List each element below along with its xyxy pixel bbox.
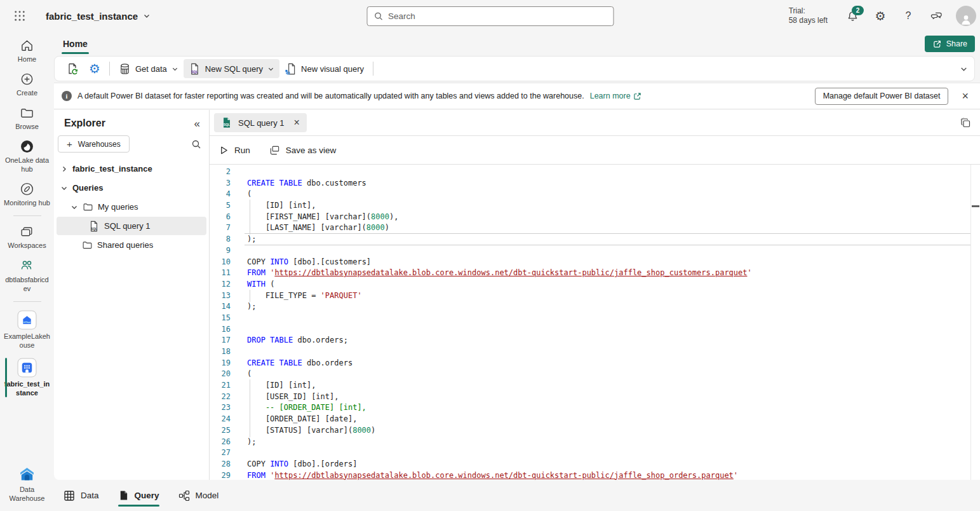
banner-close-icon[interactable]: ×	[962, 90, 969, 102]
feedback-button[interactable]	[928, 10, 944, 22]
new-visual-query-button[interactable]: New visual query	[279, 59, 369, 78]
code-editor[interactable]: 23CREATE TABLE dbo.customers4(5 [ID] [in…	[210, 165, 980, 480]
code-line[interactable]: 22 [USER_ID] [int],	[210, 392, 980, 403]
code-line[interactable]: 26);	[210, 437, 980, 448]
editor-scrollbar[interactable]	[970, 165, 980, 480]
query-tab[interactable]: SQL SQL query 1 ×	[214, 113, 307, 132]
person-icon	[960, 13, 972, 26]
learn-more-link[interactable]: Learn more	[590, 92, 641, 100]
rail-item-home[interactable]: Home	[0, 38, 54, 64]
code-line[interactable]: 11FROM 'https://dbtlabsynapsedatalake.bl…	[210, 268, 980, 279]
code-text: FILE_TYPE = 'PARQUET'	[247, 290, 362, 302]
close-tab-icon[interactable]: ×	[294, 118, 300, 128]
chevron-down-icon	[267, 65, 274, 72]
save-as-view-button[interactable]: Save as view	[269, 145, 337, 156]
tree-item-my-queries[interactable]: My queries	[57, 198, 206, 216]
code-line[interactable]: 28COPY INTO [dbo].[orders]	[210, 459, 980, 470]
code-line[interactable]: 16	[210, 324, 980, 336]
code-line[interactable]: 8);	[210, 234, 980, 245]
tree-item-fabric-test-instance[interactable]: fabric_test_instance	[57, 160, 206, 178]
code-line[interactable]: 25 [STATUS] [varchar](8000)	[210, 425, 980, 437]
rail-item-create[interactable]: Create	[0, 72, 54, 97]
rail-item-dbtlabsfabricdev[interactable]: dbtlabsfabricdev	[0, 258, 54, 293]
top-header: fabric_test_instance Search Trial: 58 da…	[0, 0, 980, 32]
get-data-button[interactable]: Get data	[114, 59, 184, 78]
code-line[interactable]: 27	[210, 447, 980, 459]
code-line[interactable]: 5 [ID] [int],	[210, 200, 980, 212]
rail-item-label: Data Warehouse	[4, 485, 51, 503]
avatar[interactable]	[956, 6, 976, 26]
search-input[interactable]: Search	[366, 6, 614, 26]
share-button-label: Share	[946, 39, 967, 48]
code-line[interactable]: 9	[210, 245, 980, 257]
collapse-panel-icon[interactable]: «	[194, 118, 200, 129]
share-icon	[932, 39, 942, 49]
tab-home[interactable]: Home	[62, 32, 89, 56]
tree-item-label: SQL query 1	[104, 221, 151, 231]
run-button[interactable]: Run	[219, 146, 250, 155]
code-line[interactable]: 13 FILE_TYPE = 'PARQUET'	[210, 290, 980, 302]
new-sql-query-button[interactable]: SQL New SQL query	[184, 59, 279, 78]
workspace-switcher[interactable]: fabric_test_instance	[46, 11, 151, 22]
waffle-menu-icon[interactable]	[9, 5, 30, 27]
code-line[interactable]: 6 [FIRST_NAME] [varchar](8000),	[210, 212, 980, 223]
rail-item-monitoring-hub[interactable]: Monitoring hub	[0, 182, 54, 207]
view-tab-label: Query	[135, 491, 159, 500]
warehouses-button-label: Warehouses	[78, 140, 121, 149]
chevron-right-icon[interactable]	[60, 165, 68, 173]
people-icon	[19, 258, 35, 273]
rail-item-fabric-test-instance[interactable]: fabric_test_instance	[0, 358, 54, 397]
code-line[interactable]: 14);	[210, 301, 980, 313]
explorer-search-icon[interactable]	[191, 139, 201, 149]
manage-dataset-button[interactable]: Manage default Power BI dataset	[815, 88, 949, 105]
view-tab-query[interactable]: Query	[118, 480, 159, 511]
code-line[interactable]: 20(	[210, 369, 980, 380]
rail-item-data-warehouse[interactable]: Data Warehouse	[0, 466, 54, 503]
code-line[interactable]: 17DROP TABLE dbo.orders;	[210, 335, 980, 346]
chevron-down-icon[interactable]	[70, 203, 78, 211]
notifications-button[interactable]: 2	[844, 10, 861, 22]
copy-icon[interactable]	[960, 118, 971, 128]
share-button[interactable]: Share	[925, 36, 975, 52]
code-line[interactable]: 29FROM 'https://dbtlabsynapsedatalake.bl…	[210, 470, 980, 480]
line-number: 11	[210, 268, 231, 279]
chevron-down-icon[interactable]	[60, 184, 68, 192]
code-line[interactable]: 12WITH (	[210, 279, 980, 290]
rail-item-onelake-data-hub[interactable]: OneLake data hub	[0, 139, 54, 174]
code-line[interactable]: 4(	[210, 189, 980, 200]
code-line[interactable]: 7 [LAST_NAME] [varchar](8000)	[210, 222, 980, 234]
lakehouse-tile-icon	[17, 310, 37, 330]
add-warehouses-button[interactable]: + Warehouses	[58, 135, 130, 153]
plus-icon: +	[67, 139, 72, 149]
ribbon-collapse-chevron[interactable]	[960, 65, 968, 73]
rail-item-label: Browse	[15, 122, 39, 131]
rail-item-workspaces[interactable]: Workspaces	[0, 224, 54, 250]
line-number: 29	[210, 470, 231, 480]
active-tab-underline	[62, 52, 89, 54]
info-icon: i	[62, 91, 72, 101]
code-line[interactable]: 23 -- [ORDER_DATE] [int],	[210, 402, 980, 414]
code-line[interactable]: 2	[210, 167, 980, 178]
new-report-button[interactable]	[61, 59, 84, 78]
tree-item-sql-query-1[interactable]: SQLSQL query 1	[57, 217, 206, 235]
code-line[interactable]: 10COPY INTO [dbo].[customers]	[210, 257, 980, 268]
code-line[interactable]: 19CREATE TABLE dbo.orders	[210, 358, 980, 369]
ribbon-settings-button[interactable]: ⚙	[84, 59, 105, 78]
code-line[interactable]: 15	[210, 313, 980, 324]
view-tab-model[interactable]: Model	[178, 480, 219, 511]
tree-item-queries[interactable]: Queries	[57, 179, 206, 197]
code-text: );	[247, 234, 256, 245]
code-line[interactable]: 24 [ORDER_DATE] [date],	[210, 414, 980, 425]
ribbon-separator	[109, 62, 110, 76]
view-tab-data[interactable]: Data	[64, 480, 99, 511]
code-line[interactable]: 21 [ID] [int],	[210, 380, 980, 392]
settings-button[interactable]: ⚙	[872, 10, 889, 22]
tree-item-shared-queries[interactable]: Shared queries	[57, 236, 206, 254]
search-icon	[373, 11, 383, 21]
help-button[interactable]: ?	[900, 10, 916, 22]
code-line[interactable]: 3CREATE TABLE dbo.customers	[210, 178, 980, 189]
rail-item-browse[interactable]: Browse	[0, 106, 54, 131]
line-number: 14	[210, 301, 231, 313]
rail-item-examplelakehouse[interactable]: ExampleLakehouse	[0, 310, 54, 350]
code-line[interactable]: 18	[210, 346, 980, 358]
